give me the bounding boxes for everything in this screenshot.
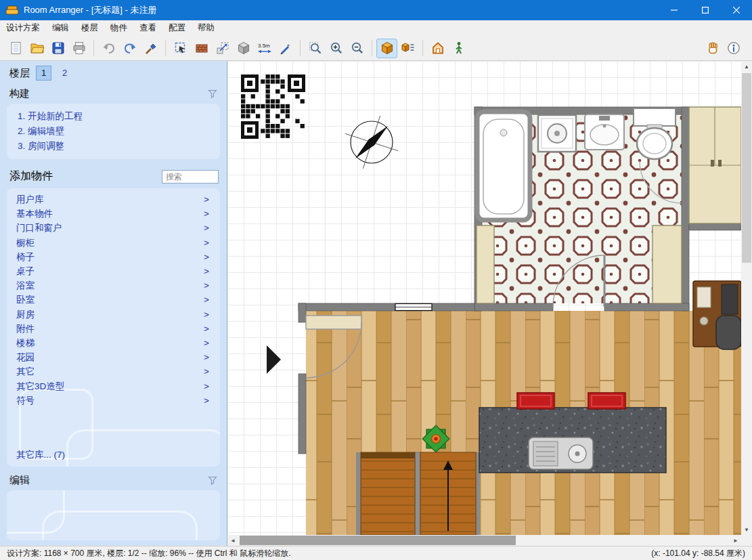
category-doors-windows[interactable]: 门口和窗户> — [7, 221, 220, 235]
bar-stool[interactable] — [517, 393, 554, 409]
build-step-adjust-rooms[interactable]: 3. 房间调整 — [14, 139, 213, 154]
menu-item-edit[interactable]: 编辑 — [46, 20, 75, 36]
bathroom-cabinet[interactable] — [477, 225, 494, 303]
category-label: 橱柜 — [16, 236, 35, 250]
category-accessories[interactable]: 附件> — [7, 322, 220, 336]
zoom-region-icon — [308, 41, 323, 56]
select-frame-icon — [173, 41, 188, 56]
menu-item-options[interactable]: 配置 — [162, 20, 192, 36]
horizontal-scrollbar[interactable]: ◄ ► — [227, 535, 741, 546]
category-cabinets[interactable]: 橱柜> — [7, 236, 220, 250]
open-button[interactable] — [26, 39, 47, 58]
scroll-right-arrow[interactable]: ► — [730, 535, 741, 546]
category-tables[interactable]: 桌子> — [7, 264, 220, 278]
menu-item-floor[interactable]: 楼层 — [75, 20, 104, 36]
floorplan-canvas[interactable] — [227, 61, 741, 535]
pan-tool-button[interactable] — [702, 39, 723, 58]
view-3d-button[interactable] — [376, 39, 397, 58]
category-user-library[interactable]: 用户库> — [7, 192, 220, 207]
minimize-button[interactable] — [659, 0, 690, 20]
vertical-scrollbar[interactable]: ▲ ▼ — [741, 61, 752, 535]
save-button[interactable] — [47, 39, 68, 58]
window-object[interactable] — [395, 304, 432, 311]
print-button[interactable] — [68, 39, 89, 58]
status-text: 设计方案: 1168 × 700 厘米, 楼层: 1/2 -- 缩放: 96% … — [7, 548, 291, 559]
resize-tool-button[interactable] — [212, 39, 233, 58]
info-button[interactable] — [723, 39, 744, 58]
horizontal-scroll-thumb[interactable] — [240, 536, 516, 545]
select-tool-button[interactable] — [170, 39, 191, 58]
redo-button[interactable] — [119, 39, 140, 58]
maximize-button[interactable] — [690, 0, 721, 20]
scroll-left-arrow[interactable]: ◄ — [227, 535, 238, 546]
decorative-shape — [42, 511, 198, 540]
zoom-out-button[interactable] — [347, 39, 368, 58]
minimize-icon — [671, 7, 678, 14]
new-button[interactable] — [5, 39, 26, 58]
filter-icon[interactable] — [208, 89, 217, 98]
wall-tool-button[interactable] — [191, 39, 212, 58]
bathtub[interactable] — [477, 112, 530, 220]
floor-tab-2[interactable]: 2 — [58, 66, 72, 80]
washing-machine[interactable] — [538, 115, 576, 152]
measure-tool-button[interactable]: 3.5m — [254, 39, 275, 58]
build-step-new-project[interactable]: 1. 开始新的工程 — [14, 109, 213, 124]
bathroom-cabinet[interactable] — [653, 225, 682, 303]
menu-item-help[interactable]: 帮助 — [192, 20, 221, 36]
show-walls-button[interactable] — [427, 39, 448, 58]
chevron-right-icon: > — [204, 393, 209, 408]
menu-item-design[interactable]: 设计方案 — [0, 20, 46, 36]
walkthrough-button[interactable] — [448, 39, 469, 58]
filter-icon[interactable] — [208, 476, 217, 485]
plant[interactable] — [422, 425, 449, 452]
scroll-down-arrow[interactable]: ▼ — [741, 524, 752, 535]
stove — [533, 441, 558, 466]
office-chair[interactable] — [716, 316, 741, 349]
cursor-coordinates: (x: -101.04 y: -88.54 厘米) — [651, 548, 745, 559]
category-symbols[interactable]: 符号> — [7, 393, 220, 408]
category-basic-objects[interactable]: 基本物件> — [7, 207, 220, 221]
chevron-right-icon: > — [204, 364, 209, 379]
build-step-edit-walls[interactable]: 2. 编辑墙壁 — [14, 124, 213, 139]
qr-code-object[interactable] — [241, 74, 305, 138]
bar-stool[interactable] — [588, 393, 625, 409]
category-kitchen[interactable]: 厨房> — [7, 307, 220, 322]
category-garden[interactable]: 花园> — [7, 350, 220, 364]
format-brush-button[interactable] — [140, 39, 161, 58]
draw-tool-button[interactable] — [275, 39, 296, 58]
undo-button[interactable] — [98, 39, 119, 58]
floor-tab-1[interactable]: 1 — [37, 66, 51, 80]
staircase[interactable] — [356, 452, 480, 535]
category-stairs[interactable]: 楼梯> — [7, 336, 220, 350]
category-bedroom[interactable]: 卧室> — [7, 293, 220, 307]
build-panel: 1. 开始新的工程 2. 编辑墙壁 3. 房间调整 — [7, 104, 220, 159]
scroll-up-arrow[interactable]: ▲ — [741, 61, 752, 72]
category-label: 门口和窗户 — [16, 221, 62, 235]
menu-item-object[interactable]: 物件 — [104, 20, 133, 36]
toilet[interactable] — [634, 108, 676, 159]
chevron-right-icon: > — [204, 293, 209, 307]
menu-item-view[interactable]: 查看 — [133, 20, 162, 36]
category-chairs[interactable]: 椅子> — [7, 250, 220, 264]
compass-icon[interactable] — [336, 107, 406, 177]
sink[interactable] — [585, 114, 624, 150]
wardrobe[interactable] — [689, 107, 741, 223]
category-misc[interactable]: 其它> — [7, 364, 220, 379]
category-bathroom[interactable]: 浴室> — [7, 278, 220, 293]
main-area: ◄ ► ▲ ▼ — [227, 61, 752, 546]
category-misc-3d[interactable]: 其它3D造型> — [7, 379, 220, 393]
close-button[interactable] — [721, 0, 752, 20]
more-libraries-link[interactable]: 其它库... (7) — [7, 447, 220, 462]
view-3d-side-button[interactable] — [397, 39, 418, 58]
floorplan-svg[interactable] — [227, 61, 741, 535]
window-title: Room Arranger - [无标题] - 未注册 — [24, 4, 156, 16]
app-logo-icon[interactable] — [5, 5, 19, 16]
kitchen-island[interactable] — [479, 408, 666, 473]
object-3d-button[interactable] — [233, 39, 254, 58]
zoom-in-button[interactable] — [326, 39, 347, 58]
vertical-scroll-thumb[interactable] — [742, 73, 751, 263]
measure-icon: 3.5m — [257, 41, 273, 56]
title-bar: Room Arranger - [无标题] - 未注册 — [0, 0, 752, 20]
search-input[interactable] — [162, 170, 219, 184]
zoom-selection-button[interactable] — [305, 39, 326, 58]
